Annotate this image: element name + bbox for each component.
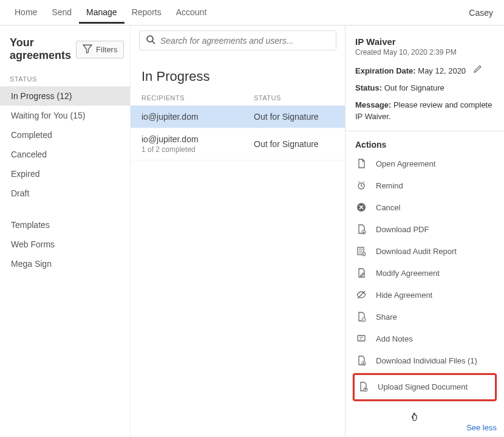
nav-home[interactable]: Home [7, 1, 44, 24]
sidebar-item[interactable]: Templates [0, 215, 130, 235]
expiration-value: May 12, 2020 [418, 66, 466, 75]
document-icon [356, 159, 367, 170]
nav-reports[interactable]: Reports [124, 1, 169, 24]
sidebar-title: Your agreements [10, 36, 71, 62]
row-status: Out for Signature [254, 139, 334, 149]
sidebar: Your agreements Filters STATUS In Progre… [0, 26, 131, 437]
top-nav: HomeSendManageReportsAccountCasey [0, 0, 504, 26]
col-recipients: RECIPIENTS [141, 94, 254, 102]
action-label: Modify Agreement [376, 269, 440, 278]
funnel-icon [83, 44, 92, 55]
center-heading: In Progress [131, 55, 345, 91]
action-label: Cancel [376, 203, 400, 212]
action-label: Share [376, 312, 397, 322]
action-modify-agreement[interactable]: Modify Agreement [355, 263, 494, 284]
action-label: Upload Signed Document [378, 382, 468, 391]
action-label: Remind [376, 181, 403, 190]
action-label: Download Audit Report [376, 247, 457, 256]
modify-icon [356, 268, 367, 279]
sidebar-status-item[interactable]: Expired [0, 164, 130, 184]
actions-title: Actions [355, 140, 494, 150]
share-icon [356, 312, 367, 323]
action-open-agreement[interactable]: Open Agreement [355, 153, 494, 175]
filters-label: Filters [96, 45, 117, 54]
row-status: Out for Signature [254, 112, 334, 122]
action-label: Open Agreement [376, 159, 435, 168]
hide-icon [356, 290, 367, 301]
sidebar-status-item[interactable]: Canceled [0, 145, 130, 164]
sidebar-status-item[interactable]: Completed [0, 125, 130, 145]
action-download-audit-report[interactable]: Download Audit Report [355, 241, 494, 263]
status-value: Out for Signature [384, 83, 444, 92]
created-text: Created May 10, 2020 2:39 PM [355, 48, 494, 57]
cancel-icon [356, 202, 367, 213]
nav-manage[interactable]: Manage [79, 1, 124, 24]
expiration-label: Expiration Date: [355, 66, 416, 75]
sidebar-item[interactable]: Web Forms [0, 235, 130, 254]
nav-send[interactable]: Send [44, 1, 79, 24]
col-status: STATUS [254, 94, 334, 102]
notes-icon [356, 334, 367, 345]
search-box[interactable] [139, 30, 336, 50]
details-panel: IP Waiver Created May 10, 2020 2:39 PM E… [345, 26, 504, 437]
upload-icon [358, 382, 369, 393]
action-remind[interactable]: Remind [355, 175, 494, 197]
action-cancel[interactable]: Cancel [355, 197, 494, 219]
search-icon [146, 35, 155, 46]
user-menu[interactable]: Casey [469, 8, 497, 18]
action-add-notes[interactable]: Add Notes [355, 328, 494, 350]
action-label: Download PDF [376, 225, 429, 234]
action-download-individual-files-1-[interactable]: Download Individual Files (1) [355, 350, 494, 372]
action-upload-signed-document[interactable]: Upload Signed Document [357, 376, 492, 398]
action-label: Download Individual Files (1) [376, 356, 477, 365]
action-label: Add Notes [376, 334, 413, 343]
action-share[interactable]: Share [355, 306, 494, 328]
agreement-row[interactable]: io@jupiter.domOut for Signature [131, 106, 345, 128]
action-label: Hide Agreement [376, 291, 432, 300]
audit-report-icon [356, 246, 367, 257]
action-download-pdf[interactable]: Download PDF [355, 219, 494, 241]
recipient-text: io@jupiter.dom [141, 134, 254, 144]
filters-button[interactable]: Filters [76, 41, 124, 58]
center-panel: In Progress RECIPIENTS STATUS io@jupiter… [131, 26, 345, 437]
nav-account[interactable]: Account [169, 1, 214, 24]
download-files-icon [356, 356, 367, 366]
sidebar-item[interactable]: Mega Sign [0, 254, 130, 274]
edit-expiration-icon[interactable] [473, 64, 483, 77]
download-pdf-icon [356, 224, 367, 235]
status-section-label: STATUS [0, 68, 130, 86]
sidebar-status-item[interactable]: Waiting for You (15) [0, 106, 130, 125]
status-label: Status: [355, 83, 382, 92]
agreement-title: IP Waiver [355, 36, 494, 47]
sidebar-status-item[interactable]: Draft [0, 184, 130, 203]
recipient-sub: 1 of 2 completed [141, 145, 254, 154]
recipient-text: io@jupiter.dom [141, 112, 254, 122]
alarm-icon [356, 181, 367, 191]
list-header: RECIPIENTS STATUS [131, 91, 345, 106]
see-less-link[interactable]: See less [466, 423, 497, 432]
action-hide-agreement[interactable]: Hide Agreement [355, 284, 494, 306]
highlighted-action: Upload Signed Document [353, 373, 497, 401]
message-label: Message: [355, 100, 391, 109]
agreement-row[interactable]: io@jupiter.dom1 of 2 completedOut for Si… [131, 128, 345, 160]
sidebar-status-item[interactable]: In Progress (12) [0, 86, 130, 106]
search-input[interactable] [160, 36, 330, 46]
